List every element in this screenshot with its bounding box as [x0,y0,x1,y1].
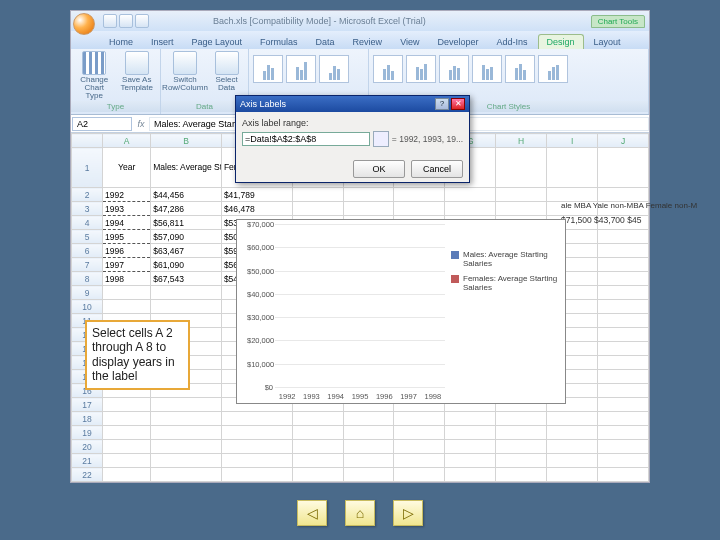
cell[interactable]: Year [103,148,151,188]
template-icon [125,51,149,75]
chart-plot-area: $0$10,000$20,000$30,000$40,000$50,000$60… [247,224,445,387]
cell[interactable]: Males: Average Starting Salaries [151,148,222,188]
ribbon-group-label: Type [71,101,160,112]
row-header[interactable]: 9 [72,286,103,300]
row-header[interactable]: 19 [72,426,103,440]
tab-formulas[interactable]: Formulas [252,35,306,49]
row-header[interactable]: 7 [72,258,103,272]
chart-type-icon [82,51,106,75]
axis-range-label: Axis label range: [242,118,309,128]
row-header[interactable]: 10 [72,300,103,314]
tab-design[interactable]: Design [538,34,584,49]
ribbon-label: Select Data [209,76,244,92]
tab-review[interactable]: Review [345,35,391,49]
quick-access-toolbar [103,14,149,28]
row-header[interactable]: 3 [72,202,103,216]
row-header[interactable]: 17 [72,398,103,412]
chart-layouts-gallery[interactable] [253,51,364,83]
dialog-titlebar[interactable]: Axis Labels ? ✕ [236,96,469,112]
next-slide-button[interactable]: ▷ [393,500,423,526]
cell[interactable]: 1993 [103,202,151,216]
col-header[interactable]: B [151,134,222,148]
col-header[interactable]: A [103,134,151,148]
chart-styles-gallery[interactable] [373,51,644,83]
tab-insert[interactable]: Insert [143,35,182,49]
excel-window: Bach.xls [Compatibility Mode] - Microsof… [70,10,650,483]
instruction-callout: Select cells A 2 through A 8 to display … [85,320,190,390]
tab-add-ins[interactable]: Add-Ins [489,35,536,49]
tab-layout[interactable]: Layout [586,35,629,49]
slide-nav: ◁ ⌂ ▷ [0,500,720,526]
tab-data[interactable]: Data [308,35,343,49]
title-bar: Bach.xls [Compatibility Mode] - Microsof… [71,11,649,31]
switch-icon [173,51,197,75]
legend-label: Males: Average Starting Salaries [463,250,561,268]
row-header[interactable]: 6 [72,244,103,258]
cell[interactable]: $56,811 [151,216,222,230]
select-data-button[interactable]: Select Data [209,51,244,92]
ribbon-label: Change Chart Type [75,76,114,100]
col-header[interactable]: H [496,134,547,148]
save-as-template-button[interactable]: Save As Template [118,51,157,92]
cell[interactable]: 1996 [103,244,151,258]
legend-label: Females: Average Starting Salaries [463,274,561,292]
col-header[interactable]: J [598,134,649,148]
cell[interactable]: $47,286 [151,202,222,216]
name-box[interactable]: A2 [72,117,132,131]
tab-home[interactable]: Home [101,35,141,49]
dialog-close-button[interactable]: ✕ [451,98,465,110]
prev-slide-button[interactable]: ◁ [297,500,327,526]
row-header[interactable]: 5 [72,230,103,244]
cell[interactable]: $44,456 [151,188,222,202]
cell[interactable]: $57,090 [151,230,222,244]
row-header[interactable]: 2 [72,188,103,202]
chart-x-labels: 1992199319941995199619971998 [275,392,445,401]
ok-button[interactable]: OK [353,160,405,178]
home-slide-button[interactable]: ⌂ [345,500,375,526]
row-header[interactable]: 22 [72,468,103,482]
cell[interactable]: 1992 [103,188,151,202]
dialog-title: Axis Labels [240,99,286,109]
dialog-help-button[interactable]: ? [435,98,449,110]
cell[interactable]: $61,090 [151,258,222,272]
cell[interactable]: $46,478 [221,202,292,216]
chart-tools-context-tab: Chart Tools [591,15,645,28]
cell[interactable]: 1998 [103,272,151,286]
col-header[interactable]: I [547,134,598,148]
row-header[interactable]: 1 [72,148,103,188]
worksheet[interactable]: A B C D E F G H I J 1 Year Males: Averag… [71,133,649,482]
qat-save-icon[interactable] [103,14,117,28]
cancel-button[interactable]: Cancel [411,160,463,178]
row-header[interactable]: 20 [72,440,103,454]
cell[interactable]: 1994 [103,216,151,230]
ribbon-label: Save As Template [118,76,157,92]
tab-view[interactable]: View [392,35,427,49]
cell[interactable]: $63,467 [151,244,222,258]
tab-developer[interactable]: Developer [429,35,486,49]
embedded-chart[interactable]: $0$10,000$20,000$30,000$40,000$50,000$60… [236,219,566,404]
axis-labels-dialog: Axis Labels ? ✕ Axis label range: = 1992… [235,95,470,183]
ribbon-label: Switch Row/Column [162,76,208,92]
cell[interactable]: 1995 [103,230,151,244]
cell[interactable]: 1997 [103,258,151,272]
switch-row-column-button[interactable]: Switch Row/Column [165,51,205,92]
overflow-row: $71,500 $43,700 $45 [561,215,641,225]
axis-range-preview: = 1992, 1993, 19... [392,134,463,144]
legend-swatch-males [451,251,459,259]
row-header[interactable]: 21 [72,454,103,468]
row-header[interactable]: 4 [72,216,103,230]
office-button[interactable] [73,13,95,35]
row-header[interactable]: 8 [72,272,103,286]
axis-range-input[interactable] [242,132,370,146]
qat-undo-icon[interactable] [119,14,133,28]
qat-redo-icon[interactable] [135,14,149,28]
fx-icon[interactable]: fx [133,119,149,129]
row-header[interactable]: 18 [72,412,103,426]
change-chart-type-button[interactable]: Change Chart Type [75,51,114,100]
cell[interactable]: $41,789 [221,188,292,202]
overflow-header: ale MBA Yale non-MBA Female non-M [561,201,697,210]
cell[interactable]: $67,543 [151,272,222,286]
ribbon-tabs: Home Insert Page Layout Formulas Data Re… [71,31,649,49]
tab-page-layout[interactable]: Page Layout [184,35,251,49]
range-picker-icon[interactable] [373,131,389,147]
